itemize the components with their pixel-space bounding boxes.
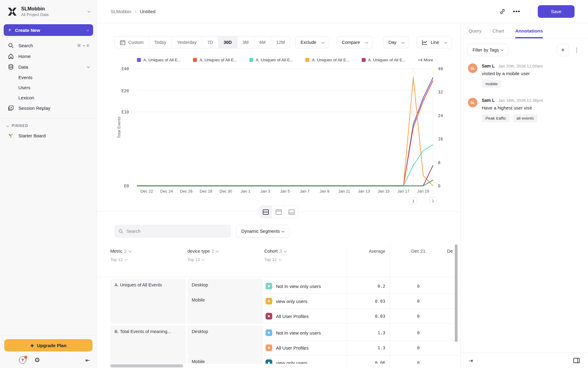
vertical-scrollbar[interactable] [455,244,458,342]
apps-grid-icon[interactable] [7,358,11,363]
x-axis-tick[interactable]: Dec 22 [141,189,153,194]
annotation-item[interactable]: SLSam LJan 18th, 2026 12:36pmHave a high… [468,98,581,122]
x-axis-tick[interactable]: Jan 1 [241,189,251,194]
x-axis-tick[interactable]: Dec 26 [180,189,193,194]
x-axis-tick[interactable]: Jan 17 [398,189,409,194]
legend-item[interactable]: A. Uniques of All E... [249,58,293,62]
column-header-device-type[interactable]: device type2 [187,247,264,255]
chart-type-dropdown[interactable]: Line [417,36,452,48]
dynamic-segments-dropdown[interactable]: Dynamic Segments [236,225,289,238]
legend-item[interactable]: A. Uniques of All E... [305,58,349,62]
segment-search[interactable] [114,225,231,238]
sidebar-item-lexicon[interactable]: Lexicon [0,93,97,103]
workspace-switcher[interactable]: SLMobbin All Project Data [0,0,97,22]
x-axis-tick[interactable]: Jan 5 [280,189,290,194]
breadcrumb-parent[interactable]: SLMobbin [111,9,131,14]
time-range-12m[interactable]: 12M [271,36,290,48]
metric-cell[interactable]: A. Uniques of All Events [110,279,186,324]
sidebar-item-starter-board[interactable]: Starter Board [0,130,97,141]
annotation-count-badge[interactable]: 1 [410,197,417,204]
annotation-item[interactable]: SLSam LJan 20th, 2026 12:00amvisited by … [468,63,581,88]
cohort-cell[interactable]: Not In view only users [264,325,347,340]
column-header-metric[interactable]: Metric2 [110,247,187,255]
settings-gear-icon[interactable]: ⚙ [34,356,40,364]
search-input[interactable] [126,229,227,234]
sidebar-item-home[interactable]: Home [0,51,97,62]
x-axis-tick[interactable]: Jan 3 [260,189,270,194]
cohort-cell[interactable]: view only users [264,355,347,364]
legend-item[interactable]: A. Uniques of All E... [362,58,406,62]
tab-query[interactable]: Query [469,23,481,38]
sidebar-item-session-replay[interactable]: Session Replay [0,103,97,113]
x-axis-tick[interactable]: Jan 11 [338,189,350,194]
top-filter-device[interactable]: Top 12 [187,255,264,266]
help-icon[interactable]: ? [19,356,26,364]
layout-table-view-button[interactable] [285,206,298,218]
x-axis-tick[interactable]: Jan 13 [358,189,370,194]
time-range-6m[interactable]: 6M [254,36,271,48]
time-range-custom[interactable]: Custom [115,36,149,48]
sidebar-item-users[interactable]: Users [0,82,97,93]
split-panel-icon[interactable] [573,358,580,363]
kebab-menu-icon[interactable]: ⋮ [572,45,581,55]
pinned-section-toggle[interactable]: PINNED [0,119,97,130]
horizontal-scrollbar[interactable] [110,364,183,367]
device-cell[interactable]: Desktop [187,325,263,355]
collapse-sidebar-icon[interactable]: ⇤ [85,357,90,363]
upgrade-plan-button[interactable]: ◈ Upgrade Plan [4,339,92,351]
x-axis-tick[interactable]: Jan 19 [417,189,429,194]
cohort-cell[interactable]: Not In view only users [264,279,347,294]
legend-more[interactable]: +4 More [418,58,433,62]
collapse-panel-icon[interactable]: ⇥ [469,358,473,364]
sidebar-item-search[interactable]: Search ⌘ + K [0,40,97,51]
granularity-dropdown[interactable]: Day [383,36,409,48]
legend-item[interactable]: A. Uniques of All E... [193,58,237,62]
search-icon [7,43,14,48]
metric-cell[interactable]: B. Total Events of meaning... [110,325,186,364]
breadcrumb-current[interactable]: Untitled [140,9,156,14]
time-range-7d[interactable]: 7D [202,36,219,48]
share-link-button[interactable] [497,6,508,17]
legend-item[interactable]: A. Uniques of All E... [137,58,181,62]
add-annotation-button[interactable]: + [557,44,569,56]
sidebar-item-data[interactable]: Data [0,62,97,72]
cohort-cell[interactable]: All User Profiles [264,309,347,324]
cohort-cell[interactable]: view only users [264,294,347,309]
x-axis-tick[interactable]: Jan 9 [320,189,330,194]
time-range-3m[interactable]: 3M [237,36,254,48]
tab-annotations[interactable]: Annotations [515,23,543,38]
line-chart-plot[interactable] [137,69,433,186]
annotation-date: Jan 18th, 2026 12:36pm [498,98,543,103]
legend-label: A. Uniques of All E... [143,58,181,62]
table-controls: Dynamic Segments [114,225,460,238]
dec21-value: 0 [390,294,447,309]
layout-chart-view-button[interactable] [272,206,285,218]
column-header-cohort[interactable]: Cohort3 [264,247,347,255]
x-axis-tick[interactable]: Dec 28 [200,189,212,194]
x-axis-tick[interactable]: Dec 24 [160,189,173,194]
time-range-yesterday[interactable]: Yesterday [172,36,202,48]
x-axis-tick[interactable]: Jan 7 [300,189,310,194]
save-button[interactable]: Save [538,5,575,18]
time-range-30d[interactable]: 30D [218,36,237,48]
top-filter-cohort[interactable]: Top 12 [264,255,347,266]
y-axis-right-labels: 4032241680 [437,69,450,186]
more-options-button[interactable]: ••• [511,6,523,17]
time-range-today[interactable]: Today [149,36,172,48]
tab-chart[interactable]: Chart [492,23,504,38]
top-filter-metric[interactable]: Top 12 [110,255,187,266]
device-cell[interactable]: Desktop [187,279,263,294]
create-new-button[interactable]: + Create New [4,24,93,36]
device-cell[interactable]: Mobile [187,294,263,324]
exclude-dropdown[interactable]: Exclude [295,36,329,48]
device-cell[interactable]: Mobile [187,355,263,364]
x-axis-tick[interactable]: Jan 15 [378,189,390,194]
x-axis-tick[interactable]: Dec 30 [219,189,232,194]
sidebar-item-events[interactable]: Events [0,72,97,82]
compare-dropdown[interactable]: Compare [337,36,373,48]
annotation-count-badge[interactable]: 1 [429,197,437,204]
layout-split-view-button[interactable] [259,206,272,218]
cohort-cell[interactable]: All User Profiles [264,340,347,355]
time-range-label: 6M [259,40,266,45]
filter-by-tags-dropdown[interactable]: Filter by Tags [467,44,508,56]
